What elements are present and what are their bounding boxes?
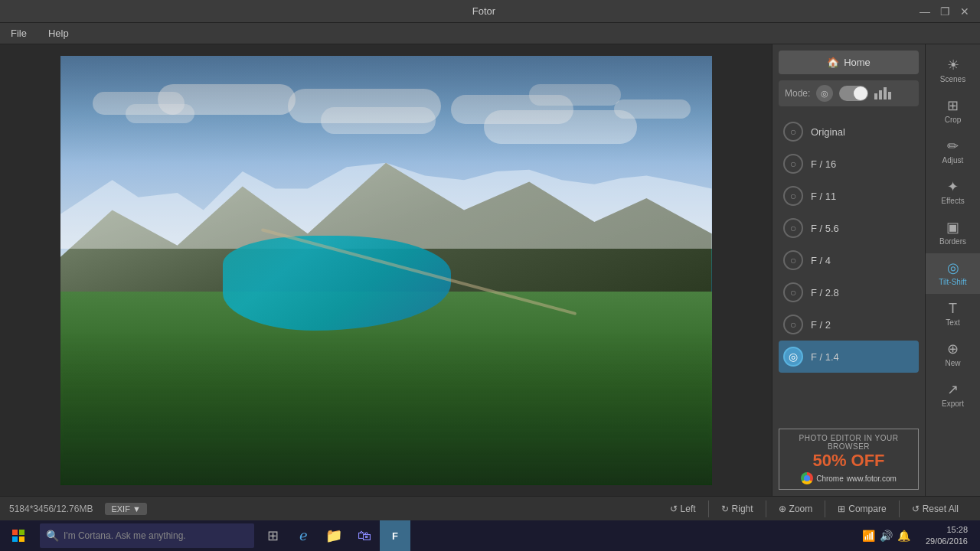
filter-item[interactable]: ○ F / 2 <box>779 308 919 341</box>
file-info: 5184*3456/12.76MB <box>9 504 93 514</box>
mode-toggle[interactable] <box>839 86 868 101</box>
taskbar: 🔍 I'm Cortana. Ask me anything. ⊞ ℯ 📁 🛍 … <box>0 520 980 551</box>
filter-item[interactable]: ○ Original <box>779 116 919 148</box>
app-title: Fotor <box>52 5 916 17</box>
filter-label: F / 5.6 <box>811 223 839 234</box>
tool-borders[interactable]: ▣ Borders <box>926 213 980 253</box>
tool-export[interactable]: ↗ Export <box>926 375 980 416</box>
sys-tray-icons: 📶 🔊 🔔 <box>856 530 916 542</box>
effects-icon: ✦ <box>947 180 959 194</box>
borders-icon: ▣ <box>946 220 959 234</box>
filter-icon: ○ <box>783 282 803 302</box>
status-compare-button[interactable]: ⊞ Compare <box>825 500 899 517</box>
minimize-button[interactable]: — <box>916 4 934 19</box>
edge-icon[interactable]: ℯ <box>288 520 318 551</box>
promo-title: PHOTO EDITOR IN YOUR BROWSER <box>786 434 912 451</box>
filter-item[interactable]: ○ F / 16 <box>779 148 919 180</box>
text-icon: T <box>949 302 957 315</box>
menu-file[interactable]: File <box>6 26 31 41</box>
tool-scenes[interactable]: ☀ Scenes <box>926 51 980 91</box>
left-icon: ↺ <box>670 504 678 514</box>
clock-time: 15:28 <box>926 524 968 536</box>
fotor-icon[interactable]: F <box>380 520 410 551</box>
crop-icon: ⊞ <box>947 99 959 112</box>
exif-arrow-icon: ▼ <box>132 504 141 514</box>
tool-effects[interactable]: ✦ Effects <box>926 172 980 213</box>
tool-crop[interactable]: ⊞ Crop <box>926 91 980 132</box>
export-label: Export <box>942 399 964 408</box>
start-button[interactable] <box>0 520 37 551</box>
chrome-icon <box>801 472 813 484</box>
scenes-label: Scenes <box>940 75 965 83</box>
exif-button[interactable]: EXIF ▼ <box>105 503 146 515</box>
statusbar: 5184*3456/12.76MB EXIF ▼ ↺ Left ↻ Right … <box>0 496 980 520</box>
scenes-icon: ☀ <box>947 58 959 72</box>
effects-label: Effects <box>941 197 964 205</box>
titlebar: Fotor — ❐ ✕ <box>0 0 980 23</box>
new-icon: ⊕ <box>947 342 959 356</box>
store-icon[interactable]: 🛍 <box>349 520 380 551</box>
svg-rect-3 <box>19 536 24 542</box>
tool-text[interactable]: T Text <box>926 294 980 334</box>
mode-bars-icon[interactable] <box>874 87 891 99</box>
search-icon: 🔍 <box>46 530 59 542</box>
clock: 15:28 29/06/2016 <box>920 524 974 548</box>
volume-icon: 🔊 <box>880 530 893 542</box>
filter-icon: ○ <box>783 250 803 270</box>
filter-icon: ○ <box>783 186 803 206</box>
status-reset-all-button[interactable]: ↺ Reset All <box>900 500 971 517</box>
maximize-button[interactable]: ❐ <box>936 4 954 19</box>
home-icon: 🏠 <box>827 57 839 68</box>
clock-date: 29/06/2016 <box>926 536 968 547</box>
promo-browser-label: Chrome <box>816 474 844 483</box>
mode-circle-icon[interactable]: ◎ <box>816 85 833 102</box>
promo-banner[interactable]: PHOTO EDITOR IN YOUR BROWSER 50% OFF Chr… <box>779 429 919 490</box>
svg-rect-2 <box>12 536 18 542</box>
filter-item[interactable]: ○ F / 5.6 <box>779 212 919 244</box>
filter-item[interactable]: ◎ F / 1.4 <box>779 341 919 373</box>
status-left-button[interactable]: ↺ Left <box>658 500 709 517</box>
close-button[interactable]: ✕ <box>956 4 974 19</box>
svg-rect-0 <box>12 530 18 535</box>
new-label: New <box>945 359 960 367</box>
sidebar: ☀ Scenes ⊞ Crop ✏ Adjust ✦ Effects ▣ Bor… <box>925 44 980 496</box>
taskview-button[interactable]: ⊞ <box>257 520 288 551</box>
text-label: Text <box>946 318 959 327</box>
filter-icon: ○ <box>783 122 803 142</box>
tool-tiltshift[interactable]: ◎ Tilt-Shift <box>926 253 980 294</box>
filter-icon: ○ <box>783 315 803 334</box>
adjust-label: Adjust <box>942 156 964 165</box>
filter-label: F / 4 <box>811 255 831 266</box>
exif-label: EXIF <box>111 504 129 514</box>
filter-icon: ○ <box>783 218 803 238</box>
filter-list: ○ Original ○ F / 16 ○ F / 11 ○ F / 5.6 ○… <box>773 112 925 422</box>
mode-label: Mode: <box>785 88 810 99</box>
home-button[interactable]: 🏠 Home <box>779 51 919 74</box>
crop-label: Crop <box>945 116 962 124</box>
status-zoom-button[interactable]: ⊕ Zoom <box>766 500 826 517</box>
menu-help[interactable]: Help <box>44 26 74 41</box>
svg-rect-1 <box>19 530 24 535</box>
filter-item[interactable]: ○ F / 2.8 <box>779 276 919 308</box>
tool-new[interactable]: ⊕ New <box>926 334 980 375</box>
adjust-icon: ✏ <box>947 139 959 153</box>
tiltshift-label: Tilt-Shift <box>939 278 966 286</box>
search-bar[interactable]: 🔍 I'm Cortana. Ask me anything. <box>40 523 254 548</box>
status-right-button[interactable]: ↻ Right <box>709 500 766 517</box>
mode-toggle-knob <box>854 86 867 100</box>
status-actions: ↺ Left ↻ Right ⊕ Zoom ⊞ Compare ↺ Reset … <box>658 500 971 517</box>
right-icon: ↻ <box>721 504 729 514</box>
home-label: Home <box>844 57 871 68</box>
explorer-icon[interactable]: 📁 <box>318 520 349 551</box>
canvas-area <box>0 44 772 496</box>
zoom-icon: ⊕ <box>779 504 786 514</box>
tool-adjust[interactable]: ✏ Adjust <box>926 132 980 172</box>
photo-container <box>60 56 712 485</box>
reset  all-icon: ↺ <box>912 504 920 514</box>
filter-item[interactable]: ○ F / 11 <box>779 180 919 212</box>
promo-url: www.fotor.com <box>847 474 897 483</box>
filter-label: F / 16 <box>811 158 836 170</box>
filter-label: F / 2 <box>811 319 831 331</box>
filter-label: Original <box>811 126 845 138</box>
filter-item[interactable]: ○ F / 4 <box>779 244 919 276</box>
